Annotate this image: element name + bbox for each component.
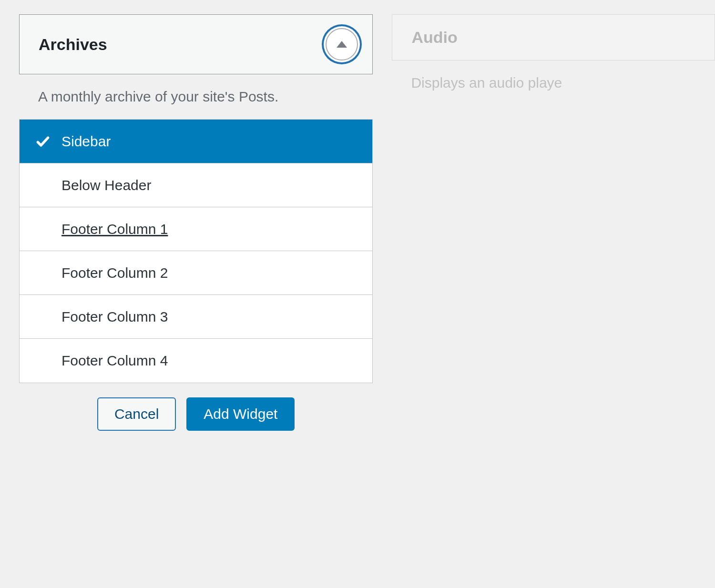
- area-label: Footer Column 1: [61, 221, 358, 237]
- add-widget-button[interactable]: Add Widget: [186, 397, 295, 431]
- area-item-footer-column-3[interactable]: Footer Column 3: [20, 295, 372, 339]
- widget-panel-audio: Audio Displays an audio playe: [392, 14, 715, 431]
- widget-description: Displays an audio playe: [392, 61, 715, 105]
- area-label: Below Header: [61, 177, 358, 193]
- widget-header[interactable]: Audio: [392, 14, 715, 61]
- cancel-button[interactable]: Cancel: [97, 397, 176, 431]
- widget-title: Audio: [411, 28, 457, 47]
- area-item-footer-column-4[interactable]: Footer Column 4: [20, 339, 372, 383]
- widget-actions: Cancel Add Widget: [19, 383, 373, 431]
- area-item-below-header[interactable]: Below Header: [20, 163, 372, 207]
- area-item-sidebar[interactable]: Sidebar: [20, 120, 372, 163]
- check-icon: [34, 134, 52, 149]
- area-label: Footer Column 3: [61, 309, 358, 325]
- area-label: Footer Column 4: [61, 353, 358, 369]
- widget-areas-list: Sidebar Below Header Footer Column 1 Foo…: [19, 119, 373, 383]
- area-item-footer-column-1[interactable]: Footer Column 1: [20, 207, 372, 251]
- area-label: Sidebar: [61, 133, 358, 150]
- widget-title: Archives: [39, 35, 107, 54]
- widget-header[interactable]: Archives: [19, 14, 373, 74]
- widget-panel-archives: Archives A monthly archive of your site'…: [19, 14, 373, 431]
- area-item-footer-column-2[interactable]: Footer Column 2: [20, 251, 372, 295]
- area-label: Footer Column 2: [61, 265, 358, 281]
- widget-description: A monthly archive of your site's Posts.: [19, 74, 373, 119]
- triangle-up-icon: [337, 41, 347, 48]
- collapse-toggle-button[interactable]: [326, 28, 358, 61]
